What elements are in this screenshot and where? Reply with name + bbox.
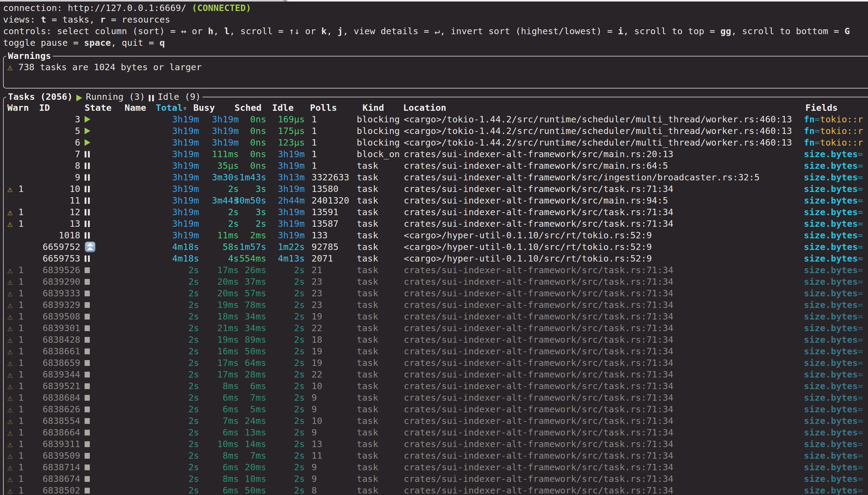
stopped-icon xyxy=(85,291,90,296)
column-header-kind[interactable]: Kind xyxy=(363,102,384,114)
table-row[interactable]: 7 3h19m 111ms 0ns 3h19m 1 block_on crate… xyxy=(4,148,868,160)
table-row[interactable]: ⚠ 1 6838659 2s 17ms 64ms 2s 19 task crat… xyxy=(4,357,868,369)
table-row[interactable]: ⚠ 1 6838502 2s 6ms 50ms 2s 8 task crates… xyxy=(4,484,868,495)
table-row[interactable]: ⚠ 1 6838664 2s 6ms 13ms 2s 9 task crates… xyxy=(4,427,868,438)
table-row[interactable]: 6659752 4m18s 58s 1m57s 1m22s 92785 task… xyxy=(4,241,868,253)
field-equals: = xyxy=(858,184,864,194)
window-top-edge-left xyxy=(0,0,283,1)
sched-duration: 89ms xyxy=(222,334,266,345)
stopped-icon xyxy=(85,372,90,377)
total-duration: 4m18s xyxy=(147,253,199,264)
table-row[interactable]: ⚠ 1 6839301 2s 21ms 34ms 2s 22 task crat… xyxy=(4,322,868,334)
table-row[interactable]: ⚠ 1 6838626 2s 6ms 5ms 2s 9 task crates/… xyxy=(4,404,868,415)
column-header-id[interactable]: ID xyxy=(39,102,50,114)
table-row[interactable]: 9 3h19m 3m30s 1m43s 3h13m 3322633 task c… xyxy=(4,171,868,183)
task-kind: task xyxy=(357,171,379,183)
task-kind: blocking xyxy=(357,137,400,148)
table-row[interactable]: ⚠ 1 12 3h19m 2s 3s 3h19m 13591 task crat… xyxy=(4,206,868,218)
column-header-polls[interactable]: Polls xyxy=(310,102,337,114)
table-row[interactable]: ⚠ 1 6839311 2s 10ms 14ms 2s 13 task crat… xyxy=(4,438,868,450)
table-row[interactable]: ⚠ 1 6838684 2s 6ms 7ms 2s 9 task crates/… xyxy=(4,392,868,404)
state-cell xyxy=(85,253,90,264)
table-row[interactable]: ⚠ 1 6839329 2s 19ms 78ms 2s 23 task crat… xyxy=(4,299,868,311)
table-row[interactable]: 6 3h19m 3h19m 0ns 123µs 1 blocking <carg… xyxy=(4,137,868,148)
task-id: 6659753 xyxy=(28,253,80,264)
task-location: <cargo>/hyper-util-0.1.10/src/rt/tokio.r… xyxy=(404,229,652,241)
stopped-icon xyxy=(85,430,90,436)
polls-count: 13587 xyxy=(312,218,338,229)
warning-triangle-icon: ⚠ xyxy=(7,206,13,218)
total-duration: 2s xyxy=(147,369,199,380)
task-location: crates/sui-indexer-alt-framework/src/tas… xyxy=(404,183,673,195)
task-fields: size.bytes= xyxy=(804,473,868,484)
table-row[interactable]: 8 3h19m 35µs 0ns 3h19m 1 task crates/sui… xyxy=(4,160,868,171)
column-header-idle[interactable]: Idle xyxy=(272,102,294,114)
task-kind: task xyxy=(357,206,379,218)
task-id: 6838661 xyxy=(28,345,80,357)
pause-icon xyxy=(85,174,90,181)
table-row[interactable]: ⚠ 1 6838428 2s 19ms 89ms 2s 18 task crat… xyxy=(4,334,868,345)
task-id: 6839508 xyxy=(28,311,80,322)
field-key: size.bytes xyxy=(804,416,858,426)
table-row[interactable]: ⚠ 1 6838661 2s 16ms 50ms 2s 19 task crat… xyxy=(4,345,868,357)
column-header-sched[interactable]: Sched xyxy=(235,102,262,114)
table-row[interactable]: ⚠ 1 6839526 2s 17ms 26ms 2s 21 task crat… xyxy=(4,264,868,276)
table-row[interactable]: ⚠ 1 6838554 2s 7ms 24ms 2s 10 task crate… xyxy=(4,415,868,427)
table-row[interactable]: 6659753 4m18s 4s 554ms 4m13s 2071 task <… xyxy=(4,253,868,264)
total-duration: 2s xyxy=(147,415,199,427)
warn-count: 1 xyxy=(18,299,24,311)
sched-duration: 5ms xyxy=(222,404,266,415)
table-row[interactable]: 1018 3h19m 11ms 2ms 3h19m 133 task <carg… xyxy=(4,229,868,241)
task-location: crates/sui-indexer-alt-framework/src/ing… xyxy=(404,171,760,183)
header-text-segment: i xyxy=(618,26,623,36)
field-value: tokio::r xyxy=(820,114,863,124)
field-value: tokio::r xyxy=(820,126,863,136)
task-location: crates/sui-indexer-alt-framework/src/tas… xyxy=(404,218,673,229)
table-row[interactable]: ⚠ 1 6839521 2s 8ms 6ms 2s 10 task crates… xyxy=(4,380,868,392)
table-row[interactable]: 5 3h19m 3h19m 0ns 175µs 1 blocking <carg… xyxy=(4,125,868,137)
pause-icon xyxy=(85,186,90,192)
task-id: 6839311 xyxy=(28,438,80,450)
table-row[interactable]: ⚠ 1 6839509 2s 8ms 7ms 2s 11 task crates… xyxy=(4,450,868,461)
task-fields: size.bytes= xyxy=(804,229,868,241)
column-header-state[interactable]: State xyxy=(85,102,112,114)
table-row[interactable]: ⚠ 1 6839508 2s 18ms 34ms 2s 19 task crat… xyxy=(4,311,868,322)
sched-duration: 28ms xyxy=(222,369,266,380)
field-key: fn xyxy=(804,137,815,148)
column-header-total[interactable]: Total▿ xyxy=(156,102,187,114)
table-row[interactable]: ⚠ 1 13 3h19m 2s 2s 3h19m 13587 task crat… xyxy=(4,218,868,229)
field-equals: = xyxy=(815,137,820,148)
stopped-icon xyxy=(85,476,90,482)
total-duration: 2s xyxy=(147,311,199,322)
total-duration: 2s xyxy=(147,473,199,484)
polls-count: 19 xyxy=(312,345,322,357)
table-row[interactable]: ⚠ 1 6839344 2s 17ms 28ms 2s 22 task crat… xyxy=(4,369,868,380)
column-header-busy[interactable]: Busy xyxy=(193,102,215,114)
table-row[interactable]: ⚠ 1 10 3h19m 2s 3s 3h19m 13580 task crat… xyxy=(4,183,868,195)
field-equals: = xyxy=(858,323,864,333)
idle-duration: 1m22s xyxy=(262,241,305,253)
sched-duration: 0ns xyxy=(222,160,266,171)
task-id: 9 xyxy=(28,171,80,183)
table-row[interactable]: 3 3h19m 3h19m 0ns 169µs 1 blocking <carg… xyxy=(4,114,868,125)
table-row[interactable]: ⚠ 1 6839290 2s 20ms 37ms 2s 23 task crat… xyxy=(4,276,868,288)
task-fields: size.bytes= xyxy=(804,264,868,276)
table-row[interactable]: ⚠ 1 6838714 2s 6ms 20ms 2s 9 task crates… xyxy=(4,461,868,473)
column-header-fields[interactable]: Fields xyxy=(805,102,838,114)
table-row[interactable]: ⚠ 1 6838674 2s 8ms 10ms 2s 9 task crates… xyxy=(4,473,868,484)
field-equals: = xyxy=(858,276,864,287)
warn-count: 1 xyxy=(18,311,24,322)
task-kind: task xyxy=(357,392,379,404)
pause-icon xyxy=(149,95,154,101)
field-equals: = xyxy=(858,149,864,159)
header-text-segment: space xyxy=(84,37,111,48)
table-row[interactable]: 11 3h19m 3m44s 30m50s 2h44m 2401320 task… xyxy=(4,195,868,206)
idle-duration: 2s xyxy=(262,288,305,299)
table-row[interactable]: ⚠ 1 6839333 2s 20ms 57ms 2s 23 task crat… xyxy=(4,288,868,299)
column-header-location[interactable]: Location xyxy=(403,102,446,114)
column-header-warn[interactable]: Warn xyxy=(7,102,29,114)
header-text-segment: connection: http://127.0.0.1:6669/ xyxy=(3,3,192,13)
sched-duration: 30m50s xyxy=(222,195,266,206)
column-header-name[interactable]: Name xyxy=(124,102,146,114)
total-duration: 2s xyxy=(147,392,199,404)
